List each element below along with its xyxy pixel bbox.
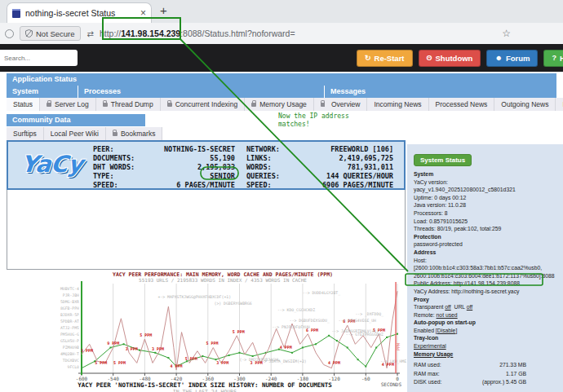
svg-text:--> DGBUFDEXSUDU_: --> DGBUFDEXSUDU_ (290, 319, 330, 324)
address-bar: Not Secure ⇄ http://141.98.154.239:8088/… (0, 23, 563, 45)
host-line1: [2600:100b:b1c4:c303:58a3:7bb1:b57c:caa2… (414, 264, 558, 272)
svg-text:0: 0 (396, 376, 399, 381)
tab-memory-usage[interactable]: Memory Usage (245, 98, 314, 111)
svg-text:3 PPM: 3 PPM (81, 348, 93, 353)
lock-icon (251, 103, 256, 107)
user-icon: ☻ (494, 55, 502, 62)
svg-text:PPM: PPM (396, 343, 401, 350)
enabled-row: Enabled [Disable] (414, 327, 558, 335)
tab-status[interactable]: Status (7, 98, 40, 111)
chart-caption: YACY PEER 'NOTHING-IS-SECRET' INDEX SIZE… (29, 381, 380, 389)
sidebar-heading-protection: Protection (414, 233, 558, 241)
sidebar-heading-proxy: Proxy (414, 296, 558, 304)
peer-type-value: SENIOR (157, 172, 235, 181)
svg-text:--> JDATA_DWSIEM(+2): --> JDATA_DWSIEM(+2) (259, 359, 307, 364)
svg-text:3 PPM: 3 PPM (152, 346, 164, 351)
remote-row: Remote: not used (414, 311, 558, 319)
svg-text:--> PNJPCDFOFXUH: --> PNJPCDFOFXUH (272, 325, 309, 329)
tab-thread-dump[interactable]: Thread Dump (96, 98, 161, 111)
svg-text:TDGXBVC: TDGXBVC (63, 359, 79, 363)
security-label: Not Secure (36, 29, 75, 38)
sidebar-heading-address: Address (414, 249, 558, 257)
peer-stat-value: NOTHING-IS-SECRET (157, 145, 235, 154)
svg-text:5 PPM: 5 PPM (113, 360, 126, 365)
peer-stat-label: SPEED: (235, 181, 304, 190)
uptime: Uptime: 0 days 00:12 (414, 194, 558, 202)
section-system[interactable]: System (7, 86, 78, 98)
tab-bookmarks[interactable]: Bookmarks (106, 127, 163, 140)
url-text[interactable]: http://141.98.154.239:8088/Status.html?n… (100, 29, 502, 38)
favicon-icon (12, 9, 20, 18)
restart-button[interactable]: ↻Re-Start (357, 50, 413, 67)
svg-text:4 PPM: 4 PPM (280, 345, 292, 350)
sidebar-heading-system: System (414, 170, 558, 178)
svg-text:4 PPM: 4 PPM (328, 360, 340, 365)
svg-text:PJR-JBH: PJR-JBH (63, 293, 79, 297)
reload-icon[interactable] (5, 29, 14, 38)
tab-published-news[interactable]: Published News (556, 98, 563, 111)
svg-text:--> J4EMGGRTBNLV(+1): --> J4EMGGRTBNLV(+1) (331, 329, 379, 333)
svg-text:--> DUDD4LGY2BT_: --> DUDD4LGY2BT_ (303, 291, 340, 296)
section-messages[interactable]: Messages (325, 86, 556, 98)
tab-server-log[interactable]: Server Log (40, 98, 96, 111)
tab-outgoing-news[interactable]: Outgoing News (494, 98, 556, 111)
peer-stat-label: PEER: (93, 145, 157, 154)
svg-text:6 PPM: 6 PPM (343, 319, 355, 324)
peer-stat-value: 6906 PAGES/MINUTE (304, 181, 393, 190)
chart-caption2: IN THE LAST 24 HOURS (29, 389, 380, 392)
url-prefix: http:// (100, 29, 121, 38)
svg-text:G5LH5U-P: G5LH5U-P (60, 339, 79, 343)
svg-text:(-> DMJ3YPGBJ4GVL: (-> DMJ3YPGBJ4GVL (240, 358, 280, 362)
svg-text:-480: -480 (139, 376, 151, 381)
svg-text:4 PPM: 4 PPM (171, 363, 183, 368)
browser-tab-bar: nothing-is-secret Status × + (0, 0, 563, 23)
experimental-link[interactable]: Experimental (414, 343, 446, 349)
forum-button[interactable]: ☻Forum (486, 50, 538, 67)
lock-icon (47, 103, 51, 107)
svg-text:-60: -60 (361, 376, 370, 381)
chart-subtitle: 55193 URLS / 2195833 WORDS IN INDEX / 43… (47, 277, 398, 283)
system-status-panel: System Status System YaCy version: yacy_… (407, 144, 563, 392)
new-tab-icon[interactable]: + (160, 3, 167, 17)
svg-text:3 PPM: 3 PPM (250, 360, 263, 365)
sidebar-heading-tray: Tray-Icon (414, 334, 558, 342)
peer-stat-label: DOCUMENTS: (93, 154, 157, 163)
close-icon[interactable]: × (140, 8, 146, 18)
forum-label: Forum (506, 54, 530, 63)
search-input[interactable] (0, 50, 78, 66)
bookmark-star-icon[interactable]: ☆ (502, 28, 511, 39)
annotation-note: Now the IP address matches! (278, 112, 349, 129)
peer-stat-value: 6 PAGES/MINUTE (157, 181, 235, 190)
memory-usage-link[interactable]: Memory Usage (414, 351, 453, 357)
url-off-link[interactable]: off (467, 304, 472, 310)
svg-text:PM5HUG-G: PM5HUG-G (60, 333, 79, 337)
tab-overview[interactable]: Overview (325, 98, 367, 111)
section-processes[interactable]: Processes (78, 86, 324, 98)
peer-stat-label: QUERIES: (235, 172, 304, 181)
tab-processed-news[interactable]: Processed News (429, 98, 495, 111)
question-icon: ? (552, 55, 556, 62)
svg-text:3 PPM: 3 PPM (126, 346, 138, 351)
shutdown-button[interactable]: ʘShutdown (419, 50, 481, 67)
remote-link[interactable]: not used (437, 312, 458, 318)
proxy-row: Transparent off URL off (414, 303, 558, 311)
transparent-off-link[interactable]: off (445, 304, 450, 310)
ram-used-row: RAM used:271.33 MB (414, 361, 554, 370)
tab-concurrent-indexing[interactable]: Concurrent Indexing (161, 98, 246, 111)
disable-link[interactable]: Disable (437, 328, 456, 333)
help-button[interactable]: ?Help (543, 50, 563, 67)
security-badge[interactable]: Not Secure (20, 26, 81, 41)
svg-text:-300: -300 (233, 376, 246, 381)
restart-icon: ↻ (365, 55, 371, 62)
host-line2: 2600:100b:b1c4:c303:6004:dee1:b172:1137%… (414, 272, 558, 280)
ram-max-link[interactable]: RAM max: (414, 370, 479, 379)
tab-incoming-news[interactable]: Incoming News (367, 98, 428, 111)
public-address: Public Address: http://141.98.154.239:80… (414, 280, 558, 288)
community-tabs: Surftips Local Peer Wiki Bookmarks (7, 127, 162, 140)
community-data-bar: Community Data (7, 114, 145, 126)
tab-surftips[interactable]: Surftips (7, 127, 44, 140)
browser-tab[interactable]: nothing-is-secret Status × (7, 2, 152, 23)
tab-local-peer-wiki[interactable]: Local Peer Wiki (44, 127, 106, 140)
yacy-logo[interactable]: YaCy (20, 151, 84, 178)
tab-transfer-icon[interactable]: ⇄ (87, 29, 94, 38)
